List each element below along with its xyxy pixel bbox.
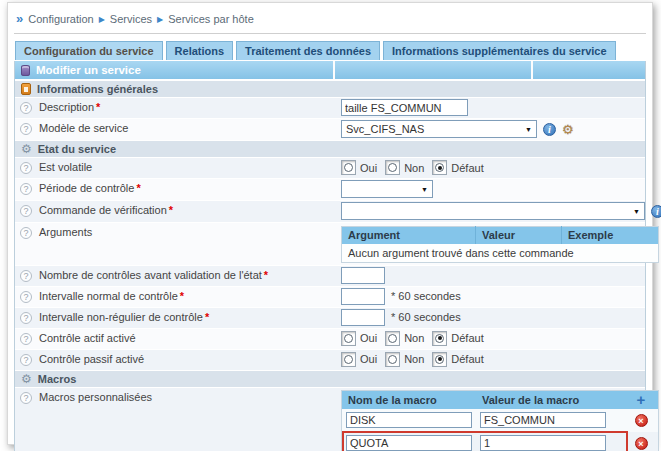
- help-icon[interactable]: [20, 102, 32, 114]
- help-icon[interactable]: [20, 312, 32, 324]
- field-label: Contrôle actif activé: [39, 332, 136, 344]
- macro-name-input[interactable]: [346, 435, 472, 451]
- breadcrumb-services-par-hote[interactable]: Services par hôte: [168, 13, 254, 25]
- dropdown-arrow-icon: [525, 126, 532, 133]
- arguments-table: Argument Valeur Exemple Aucun argument t…: [341, 226, 659, 263]
- arguments-header-exemple: Exemple: [562, 227, 659, 244]
- help-icon[interactable]: [20, 227, 32, 239]
- tab-relations[interactable]: Relations: [166, 41, 234, 60]
- row-commande-de-verification: Commande de vérification: [15, 201, 645, 222]
- required-marker: [169, 204, 173, 216]
- radio-non[interactable]: [385, 160, 400, 175]
- field-label: Est volatile: [39, 161, 92, 173]
- row-periode-de-controle: Période de contrôle: [15, 179, 645, 200]
- form-title: Modifier un service: [36, 64, 141, 76]
- field-label: Description: [39, 101, 100, 113]
- macro-name-header: Nom de la macro: [342, 394, 478, 406]
- custom-macros-header: Nom de la macro Valeur de la macro: [342, 391, 658, 409]
- required-marker: [264, 269, 268, 281]
- breadcrumb: » Configuration ▶ Services ▶ Services pa…: [14, 11, 646, 31]
- required-marker: [96, 101, 100, 113]
- required-marker: [205, 311, 209, 323]
- breadcrumb-lead-icon: »: [16, 14, 23, 24]
- gear-icon: ⚙: [21, 373, 32, 385]
- volatile-radio-group: Oui Non Défaut: [341, 160, 488, 175]
- row-description: Description: [15, 98, 645, 118]
- selected-value: Svc_CIFS_NAS: [346, 123, 424, 135]
- radio-defaut[interactable]: [432, 331, 447, 346]
- info-icon[interactable]: [651, 205, 661, 218]
- add-macro-icon[interactable]: [637, 393, 646, 407]
- macro-value-header: Valeur de la macro: [478, 394, 624, 406]
- help-icon[interactable]: [20, 354, 32, 366]
- radio-defaut[interactable]: [432, 160, 447, 175]
- help-icon[interactable]: [20, 183, 32, 195]
- info-icon[interactable]: [543, 123, 556, 136]
- retry-check-interval-input[interactable]: [341, 309, 385, 326]
- help-icon[interactable]: [20, 270, 32, 282]
- required-marker: [180, 290, 184, 302]
- passive-checks-radio-group: Oui Non Défaut: [341, 352, 488, 367]
- form-title-bar: Modifier un service: [15, 61, 645, 79]
- section-title: Macros: [38, 373, 77, 385]
- radio-non[interactable]: [385, 331, 400, 346]
- row-macros-personnalisees: Macros personnalisées Nom de la macro Va…: [15, 388, 645, 451]
- service-form: Modifier un service Informations général…: [14, 61, 646, 451]
- field-label: Période de contrôle: [39, 182, 141, 194]
- divider: [531, 61, 533, 79]
- row-intervalle-non-regulier: Intervalle non-régulier de contrôle * 60…: [15, 308, 645, 328]
- arguments-empty-message: Aucun argument trouvé dans cette command…: [342, 244, 659, 263]
- section-title: Informations générales: [37, 83, 158, 95]
- arguments-header-argument: Argument: [342, 227, 476, 244]
- delete-macro-icon[interactable]: [635, 437, 648, 450]
- help-icon[interactable]: [20, 291, 32, 303]
- help-icon[interactable]: [20, 123, 32, 135]
- row-intervalle-normal: Intervalle normal de contrôle * 60 secon…: [15, 287, 645, 307]
- interval-suffix: * 60 secondes: [391, 311, 461, 323]
- row-modele-de-service: Modèle de service Svc_CIFS_NAS: [15, 119, 645, 140]
- check-period-select[interactable]: [341, 180, 433, 198]
- normal-check-interval-input[interactable]: [341, 288, 385, 305]
- tab-configuration-du-service[interactable]: Configuration du service: [15, 41, 163, 60]
- field-label: Modèle de service: [39, 122, 128, 134]
- interval-suffix: * 60 secondes: [391, 290, 461, 302]
- chevron-right-icon: ▶: [157, 15, 163, 24]
- radio-oui[interactable]: [341, 331, 356, 346]
- clipboard-icon: [21, 83, 31, 95]
- description-input[interactable]: [341, 99, 468, 116]
- field-label: Contrôle passif activé: [39, 353, 144, 365]
- template-settings-gear-icon[interactable]: [562, 123, 574, 136]
- help-icon[interactable]: [20, 333, 32, 345]
- macro-row-quota: [342, 432, 658, 451]
- page: » Configuration ▶ Services ▶ Services pa…: [0, 0, 661, 451]
- help-icon[interactable]: [20, 205, 32, 217]
- macro-name-input[interactable]: [346, 412, 472, 428]
- row-est-volatile: Est volatile Oui Non Défaut: [15, 158, 645, 178]
- breadcrumb-services[interactable]: Services: [110, 13, 152, 25]
- service-icon: [21, 65, 30, 76]
- row-arguments: Arguments Argument Valeur Exemple Aucun …: [15, 223, 645, 265]
- tab-traitement-des-donnees[interactable]: Traitement des données: [236, 41, 380, 60]
- divider: [333, 61, 335, 79]
- max-check-attempts-input[interactable]: [341, 267, 385, 284]
- radio-oui[interactable]: [341, 352, 356, 367]
- tab-informations-supplementaires[interactable]: Informations supplémentaires du service: [383, 41, 616, 60]
- chevron-right-icon: ▶: [99, 15, 105, 24]
- macro-value-input[interactable]: [480, 412, 606, 428]
- help-icon[interactable]: [20, 392, 32, 404]
- row-controle-actif: Contrôle actif activé Oui Non Défaut: [15, 329, 645, 349]
- radio-oui[interactable]: [341, 160, 356, 175]
- field-label: Commande de vérification: [39, 204, 173, 216]
- radio-non[interactable]: [385, 352, 400, 367]
- dropdown-arrow-icon: [421, 186, 428, 193]
- delete-macro-icon[interactable]: [635, 414, 648, 427]
- check-command-select[interactable]: [341, 202, 645, 220]
- service-template-select[interactable]: Svc_CIFS_NAS: [341, 120, 537, 138]
- required-marker: [136, 182, 140, 194]
- radio-defaut[interactable]: [432, 352, 447, 367]
- active-checks-radio-group: Oui Non Défaut: [341, 331, 488, 346]
- dropdown-arrow-icon: [633, 208, 640, 215]
- macro-value-input[interactable]: [480, 435, 606, 451]
- help-icon[interactable]: [20, 162, 32, 174]
- breadcrumb-configuration[interactable]: Configuration: [28, 13, 93, 25]
